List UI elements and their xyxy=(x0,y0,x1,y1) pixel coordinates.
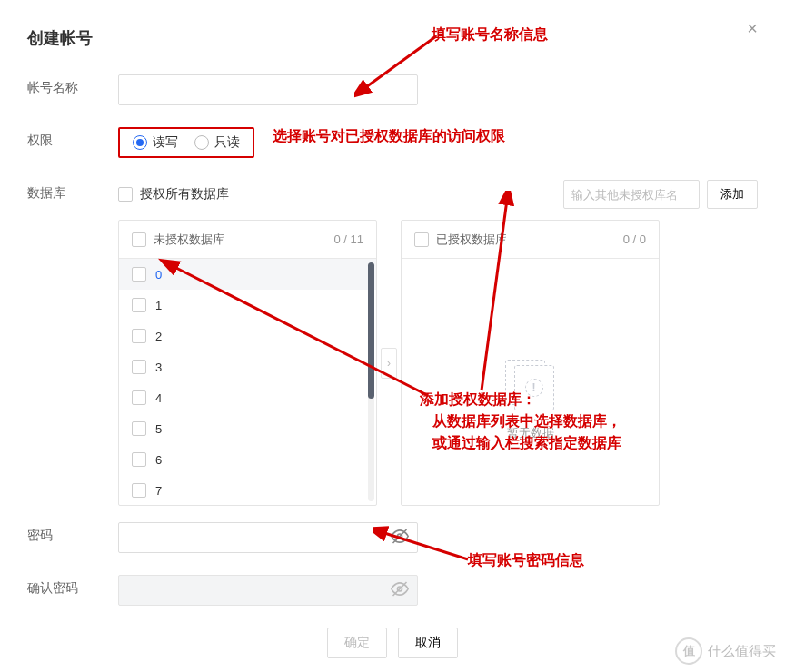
scrollbar-thumb[interactable] xyxy=(368,262,374,399)
radio-read-write[interactable]: 读写 xyxy=(133,134,178,151)
db-item-label: 7 xyxy=(155,484,162,498)
label-account-name: 帐号名称 xyxy=(27,74,118,96)
db-item-checkbox[interactable] xyxy=(132,360,146,374)
list-item[interactable]: 6 xyxy=(119,444,376,475)
db-item-label: 2 xyxy=(155,330,162,343)
db-item-checkbox[interactable] xyxy=(132,298,146,312)
label-confirm-password: 确认密码 xyxy=(27,575,118,597)
row-database: 数据库 授权所有数据库 添加 未授权数据库 0 / 11 xyxy=(27,180,758,506)
radio-icon xyxy=(194,135,209,150)
close-icon[interactable]: × xyxy=(747,18,758,39)
db-item-checkbox[interactable] xyxy=(132,421,146,436)
db-transfer: 未授权数据库 0 / 11 012345678 › xyxy=(118,220,758,506)
label-database: 数据库 xyxy=(27,180,118,202)
select-all-authorized-checkbox[interactable] xyxy=(414,232,429,247)
authorize-all-checkbox[interactable] xyxy=(118,187,133,202)
list-item[interactable]: 0 xyxy=(119,259,376,290)
unauthorized-title: 未授权数据库 xyxy=(154,232,326,248)
list-item[interactable]: 3 xyxy=(119,351,376,382)
create-account-modal: × 创建帐号 帐号名称 权限 读写 只读 数据库 xyxy=(0,0,785,672)
db-item-label: 1 xyxy=(155,299,162,312)
db-top-row: 授权所有数据库 添加 xyxy=(118,180,758,209)
db-item-label: 6 xyxy=(155,453,162,467)
account-name-input[interactable] xyxy=(118,74,418,105)
label-password: 密码 xyxy=(27,522,118,544)
row-account-name: 帐号名称 xyxy=(27,74,758,105)
authorized-title: 已授权数据库 xyxy=(436,232,616,248)
list-item[interactable]: 2 xyxy=(119,321,376,351)
cancel-button[interactable]: 取消 xyxy=(398,628,458,658)
select-all-unauthorized-checkbox[interactable] xyxy=(132,232,146,247)
empty-icon: ! xyxy=(505,360,556,410)
db-item-label: 0 xyxy=(155,268,162,282)
modal-footer: 确定 取消 xyxy=(27,628,758,658)
authorized-count: 0 / 0 xyxy=(623,232,646,246)
authorize-all-label: 授权所有数据库 xyxy=(140,186,229,203)
add-db-button[interactable]: 添加 xyxy=(707,180,758,209)
watermark-text: 什么值得买 xyxy=(708,643,776,660)
radio-label: 读写 xyxy=(153,134,178,151)
radio-read-only[interactable]: 只读 xyxy=(194,134,240,151)
db-item-checkbox[interactable] xyxy=(132,452,146,467)
authorized-panel: 已授权数据库 0 / 0 ! 暂无数据 xyxy=(401,220,660,506)
transfer-right-button[interactable]: › xyxy=(381,348,397,379)
permission-radio-group: 读写 只读 xyxy=(118,127,254,158)
list-item[interactable]: 1 xyxy=(119,290,376,321)
watermark-icon: 值 xyxy=(675,637,702,665)
radio-label: 只读 xyxy=(214,134,240,151)
confirm-password-input[interactable] xyxy=(118,575,418,606)
db-item-label: 3 xyxy=(155,361,162,374)
row-permission: 权限 读写 只读 xyxy=(27,127,758,158)
db-item-checkbox[interactable] xyxy=(132,267,146,282)
db-item-label: 4 xyxy=(155,391,162,405)
unauthorized-count: 0 / 11 xyxy=(333,232,363,246)
db-item-checkbox[interactable] xyxy=(132,390,146,405)
list-item[interactable]: 5 xyxy=(119,413,376,444)
watermark: 值 什么值得买 xyxy=(675,637,776,665)
db-item-checkbox[interactable] xyxy=(132,329,146,343)
eye-off-icon[interactable] xyxy=(391,580,409,601)
list-item[interactable]: 4 xyxy=(119,382,376,413)
password-input[interactable] xyxy=(118,522,418,553)
scrollbar[interactable] xyxy=(368,262,374,501)
row-confirm-password: 确认密码 xyxy=(27,575,758,606)
empty-text: 暂无数据 xyxy=(507,425,554,441)
empty-state: ! 暂无数据 xyxy=(402,259,659,505)
list-item[interactable]: 7 xyxy=(119,475,376,505)
unauthorized-panel: 未授权数据库 0 / 11 012345678 xyxy=(118,220,377,506)
confirm-button[interactable]: 确定 xyxy=(327,628,387,658)
eye-off-icon[interactable] xyxy=(391,528,409,548)
label-permission: 权限 xyxy=(27,127,118,149)
db-item-label: 5 xyxy=(155,422,162,436)
unauthorized-list: 012345678 xyxy=(119,259,376,505)
db-item-checkbox[interactable] xyxy=(132,483,146,498)
row-password: 密码 xyxy=(27,522,758,553)
modal-title: 创建帐号 xyxy=(27,27,758,49)
db-search-input[interactable] xyxy=(563,180,700,209)
radio-icon xyxy=(133,135,147,150)
